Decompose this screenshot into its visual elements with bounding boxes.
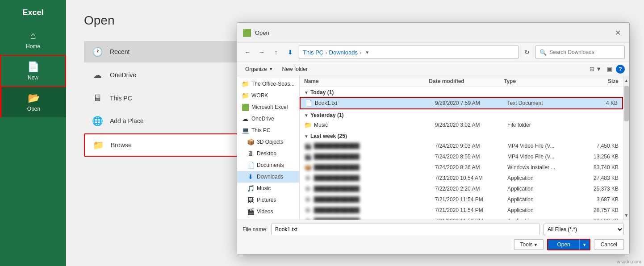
cancel-button[interactable]: Cancel xyxy=(594,239,624,250)
address-bar: ← → ↑ ⬇ This PC › Downloads › ▼ ↻ 🔍 xyxy=(237,43,629,62)
pictures-icon: 🖼 xyxy=(247,196,254,204)
excel-sidebar: Excel ⌂ Home 📄 New 📂 Open xyxy=(0,0,66,266)
nav-item-3dobjects[interactable]: 📦 3D Objects xyxy=(237,136,299,148)
nav-item-documents[interactable]: 📄 Documents xyxy=(237,159,299,171)
preview-pane-button[interactable]: ▣ xyxy=(605,64,614,74)
dialog-title: Open xyxy=(255,29,611,36)
new-folder-button[interactable]: New folder xyxy=(279,64,311,74)
nav-item-music[interactable]: 🎵 Music xyxy=(237,183,299,194)
scrollbar-thumb[interactable] xyxy=(624,86,629,121)
videos-icon: 🎬 xyxy=(247,208,254,215)
group-today-label: Today (1) xyxy=(310,89,334,96)
file-row-lw5[interactable]: ⚙ ████████████ 7/22/2020 2:20 AM Applica… xyxy=(300,183,623,194)
nav-item-music-label: Music xyxy=(257,185,271,191)
filetype-select[interactable]: All Files (*.*) Excel Files (*.xlsx) Tex… xyxy=(544,224,624,235)
group-today: ▼ Today (1) xyxy=(300,87,623,97)
file-type-lw6: Application xyxy=(507,196,580,203)
file-row-lw6[interactable]: ⚙ ████████████ 7/21/2020 11:54 PM Applic… xyxy=(300,194,623,205)
file-row-lw4[interactable]: ⚙ ████████████ 7/23/2020 10:54 AM Applic… xyxy=(300,173,623,183)
video-file-icon-2: 🎬 xyxy=(304,153,311,160)
file-size-lw4: 27,483 KB xyxy=(580,175,619,181)
dialog-excel-icon: 🟩 xyxy=(243,29,251,37)
file-name-lw2: ████████████ xyxy=(314,154,435,160)
file-type-lw4: Application xyxy=(507,175,580,181)
filename-input[interactable] xyxy=(271,224,540,235)
file-type-lw7: Application xyxy=(507,207,580,213)
nav-item-desktop[interactable]: 🖥 Desktop xyxy=(237,148,299,159)
nav-item-thispc[interactable]: 💻 This PC xyxy=(237,125,299,136)
organize-button[interactable]: Organize ▼ xyxy=(242,64,277,74)
sidebar-item-new[interactable]: 📄 New xyxy=(0,55,66,87)
option-browse-label: Browse xyxy=(111,141,132,149)
file-size-lw1: 7,450 KB xyxy=(580,143,619,149)
nav-item-3d-label: 3D Objects xyxy=(257,139,283,145)
file-size-lw3: 83,740 KB xyxy=(580,164,619,170)
nav-item-videos[interactable]: 🎬 Videos xyxy=(237,206,299,217)
scrollbar[interactable]: ▲ ▼ xyxy=(623,76,629,220)
folder-icon: 📁 xyxy=(242,80,249,87)
file-list-header: Name Date modified Type Size xyxy=(300,76,623,87)
watermark: wsxdn.com xyxy=(617,259,641,264)
option-thispc-label: This PC xyxy=(110,95,132,102)
up-button[interactable]: ↑ xyxy=(270,46,282,58)
onedrive-icon: ☁ xyxy=(91,70,104,80)
refresh-button[interactable]: ↻ xyxy=(521,46,533,58)
address-path[interactable]: This PC › Downloads › ▼ xyxy=(299,46,519,59)
tools-dropdown-icon: ▼ xyxy=(533,242,538,247)
file-row-lw2[interactable]: 🎬 ████████████ 7/24/2020 8:55 AM MP4 Vid… xyxy=(300,151,623,162)
desktop-icon: 🖥 xyxy=(247,150,254,157)
sidebar-open-label: Open xyxy=(27,106,40,112)
dialog-titlebar: 🟩 Open ✕ xyxy=(237,23,629,43)
excel-icon: 🟩 xyxy=(242,104,249,111)
file-row-lw8[interactable]: ⚙ ████████████ 7/21/2020 11:53 PM Applic… xyxy=(300,216,623,220)
scroll-up-arrow[interactable]: ▲ xyxy=(623,77,629,84)
file-size-lw2: 13,256 KB xyxy=(580,154,619,160)
path-downloads[interactable]: Downloads xyxy=(329,49,358,56)
view-options-button[interactable]: ⊞ ▼ xyxy=(588,64,603,74)
open-button-group: Open ▼ xyxy=(547,239,590,250)
file-row-lw7[interactable]: ⚙ ████████████ 7/21/2020 11:54 PM Applic… xyxy=(300,205,623,216)
file-row-lw3[interactable]: 📦 ████████████ 7/24/2020 8:36 AM Windows… xyxy=(300,162,623,173)
nav-item-desktop-label: Desktop xyxy=(257,150,276,157)
cancel-label: Cancel xyxy=(601,241,617,248)
file-row-music[interactable]: 📁 Music 9/28/2020 3:02 AM File folder xyxy=(300,120,623,130)
path-dropdown-arrow[interactable]: ▼ xyxy=(365,50,369,55)
open-dropdown-button[interactable]: ▼ xyxy=(579,240,590,249)
nav-item-downloads[interactable]: ⬇ Downloads xyxy=(237,171,299,183)
dialog-footer: File name: All Files (*.*) Excel Files (… xyxy=(237,220,629,254)
file-date-lw1: 7/24/2020 9:03 AM xyxy=(435,143,507,149)
scroll-down-arrow[interactable]: ▼ xyxy=(623,212,629,219)
file-date-book1: 9/29/2020 7:59 AM xyxy=(435,100,507,106)
file-size-lw7: 28,757 KB xyxy=(580,207,619,213)
open-main-button[interactable]: Open xyxy=(548,240,579,249)
group-lastweek-label: Last week (25) xyxy=(310,133,347,139)
nav-item-excel[interactable]: 🟩 Microsoft Excel xyxy=(237,101,299,113)
search-input[interactable] xyxy=(549,49,616,55)
sidebar-item-open[interactable]: 📂 Open xyxy=(0,87,66,117)
nav-item-pictures[interactable]: 🖼 Pictures xyxy=(237,194,299,206)
thispc-icon: 🖥 xyxy=(91,93,104,103)
path-thispc[interactable]: This PC xyxy=(303,49,323,56)
nav-item-excel-label: Microsoft Excel xyxy=(251,104,288,110)
tools-button[interactable]: Tools ▼ xyxy=(514,239,544,250)
nav-item-onedrive[interactable]: ☁ OneDrive xyxy=(237,113,299,125)
open-icon: 📂 xyxy=(28,92,40,104)
help-button[interactable]: ? xyxy=(616,65,625,74)
forward-button[interactable]: → xyxy=(256,46,268,58)
dialog-close-button[interactable]: ✕ xyxy=(611,26,624,39)
cloud-icon: ☁ xyxy=(242,115,249,122)
back-button[interactable]: ← xyxy=(242,46,253,58)
file-row-lw1[interactable]: 🎬 ████████████ 7/24/2020 9:03 AM MP4 Vid… xyxy=(300,141,623,151)
group-yesterday-label: Yesterday (1) xyxy=(310,112,344,118)
nav-item-office-season[interactable]: 📁 The Office-Seas... xyxy=(237,78,299,90)
sidebar-item-home[interactable]: ⌂ Home xyxy=(0,25,66,55)
new-folder-label: New folder xyxy=(282,66,308,72)
filename-label: File name: xyxy=(243,226,268,233)
nav-item-thispc-label: This PC xyxy=(251,127,271,133)
file-row-book1[interactable]: 📄 Book1.txt 9/29/2020 7:59 AM Text Docum… xyxy=(300,97,623,109)
file-date-lw5: 7/22/2020 2:20 AM xyxy=(435,186,507,192)
header-date: Date modified xyxy=(429,78,504,84)
footer-buttons-row: Tools ▼ Open ▼ Cancel xyxy=(243,239,624,250)
file-date-lw6: 7/21/2020 11:54 PM xyxy=(435,196,507,203)
nav-item-work[interactable]: 📁 WORK xyxy=(237,90,299,101)
